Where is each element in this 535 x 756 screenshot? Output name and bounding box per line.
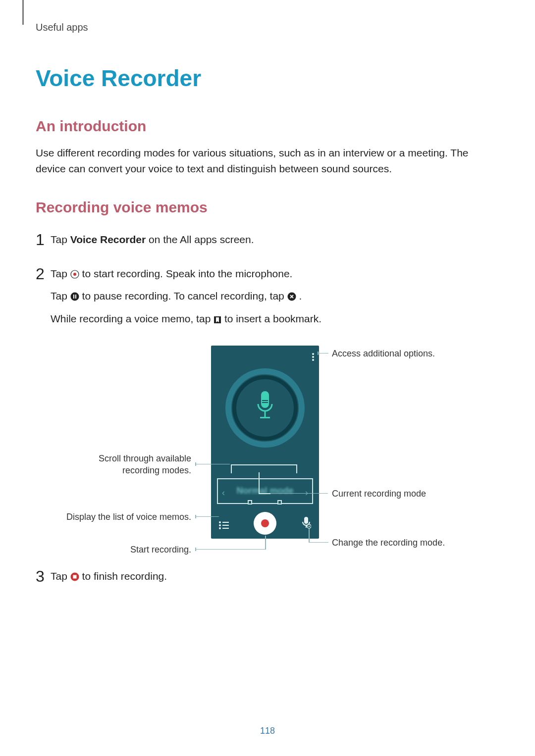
- svg-rect-20: [222, 528, 229, 529]
- svg-rect-12: [262, 402, 268, 403]
- svg-point-15: [219, 521, 221, 523]
- svg-point-19: [219, 527, 221, 529]
- text: Tap: [51, 234, 70, 245]
- svg-point-7: [312, 353, 314, 355]
- tick: [195, 515, 196, 518]
- record-button: [254, 512, 276, 535]
- step-3: 3 Tap to finish recording.: [36, 568, 499, 591]
- cancel-icon: [287, 290, 296, 306]
- section-heading-introduction: An introduction: [36, 115, 499, 138]
- pause-icon: [70, 290, 79, 306]
- text: Tap: [51, 290, 70, 302]
- lead: [265, 536, 266, 550]
- text: .: [299, 290, 302, 302]
- svg-point-8: [312, 356, 314, 358]
- svg-point-24: [309, 525, 310, 527]
- record-dot-icon: [261, 519, 269, 527]
- callout-current-mode: Current recording mode: [332, 488, 426, 500]
- list-icon: [219, 518, 229, 534]
- step-2: 2 Tap to start recording. Speak into the…: [36, 266, 499, 334]
- svg-rect-22: [306, 525, 307, 528]
- text: to start recording. Speak into the micro…: [82, 268, 293, 279]
- svg-rect-26: [73, 575, 76, 578]
- step-3-text: Tap to finish recording.: [51, 568, 499, 586]
- stop-icon: [70, 570, 79, 586]
- svg-rect-13: [265, 411, 266, 417]
- text: While recording a voice memo, tap: [51, 313, 214, 324]
- step-1: 1 Tap Voice Recorder on the All apps scr…: [36, 232, 499, 253]
- breadcrumb: Useful apps: [36, 20, 499, 35]
- callout-change-mode: Change the recording mode.: [332, 537, 445, 549]
- text: Tap: [51, 570, 70, 582]
- step-number: 1: [36, 232, 51, 248]
- phone-screenshot: ‹ Normal mode ›: [211, 346, 319, 539]
- bookmark-icon: [214, 312, 221, 329]
- svg-rect-11: [262, 400, 268, 401]
- callout-list: Display the list of voice memos.: [60, 511, 191, 523]
- page-title: Voice Recorder: [36, 61, 499, 96]
- text: recording modes.: [122, 465, 191, 475]
- svg-rect-21: [304, 517, 308, 524]
- text: on the All apps screen.: [146, 234, 254, 245]
- record-icon: [70, 267, 79, 284]
- tick: [195, 548, 196, 551]
- svg-rect-3: [73, 295, 74, 299]
- page-number: 118: [0, 724, 535, 738]
- step-1-text: Tap Voice Recorder on the All apps scree…: [51, 232, 499, 248]
- voice-recorder-figure: ‹ Normal mode ›: [36, 346, 499, 568]
- lead: [309, 528, 310, 543]
- lead: [318, 353, 328, 354]
- callout-start: Start recording.: [120, 544, 191, 555]
- lead: [195, 549, 266, 550]
- svg-rect-16: [222, 522, 229, 523]
- step-2-line-2: Tap to pause recording. To cancel record…: [51, 288, 499, 306]
- marker-sq: [277, 500, 282, 504]
- svg-rect-4: [75, 295, 76, 299]
- svg-point-2: [70, 293, 79, 301]
- svg-point-9: [312, 359, 314, 361]
- svg-rect-10: [261, 391, 269, 408]
- tick: [318, 352, 319, 355]
- callout-options: Access additional options.: [332, 348, 435, 359]
- text: to finish recording.: [82, 570, 167, 582]
- text: to insert a bookmark.: [224, 313, 321, 324]
- svg-rect-14: [260, 417, 270, 418]
- margin-rule: [22, 0, 24, 25]
- callout-scroll-modes: Scroll through available recording modes…: [85, 453, 191, 477]
- svg-point-17: [219, 524, 221, 526]
- text: Scroll through available: [99, 454, 191, 463]
- page-content: Useful apps Voice Recorder An introducti…: [0, 0, 535, 591]
- text: to pause recording. To cancel recording,…: [82, 290, 287, 302]
- tick: [195, 462, 196, 466]
- marker-sq: [248, 500, 252, 504]
- intro-paragraph: Use different recording modes for variou…: [36, 145, 499, 177]
- lead: [309, 542, 328, 543]
- step-2-line-3: While recording a voice memo, tap to ins…: [51, 311, 499, 329]
- text: Tap: [51, 268, 70, 279]
- microphone-icon: [255, 391, 275, 427]
- app-name-bold: Voice Recorder: [70, 234, 146, 245]
- bracket-current: [259, 472, 270, 494]
- more-options-icon: [312, 350, 314, 366]
- lead: [270, 493, 328, 494]
- bottom-controls: [211, 512, 319, 537]
- mic-settings-icon: [301, 517, 311, 534]
- svg-point-1: [73, 273, 76, 276]
- step-number: 3: [36, 568, 51, 584]
- step-number: 2: [36, 266, 51, 282]
- svg-rect-18: [222, 525, 229, 526]
- lead: [195, 516, 219, 517]
- lead: [195, 464, 230, 465]
- section-heading-memos: Recording voice memos: [36, 196, 499, 219]
- step-2-line-1: Tap to start recording. Speak into the m…: [51, 266, 499, 284]
